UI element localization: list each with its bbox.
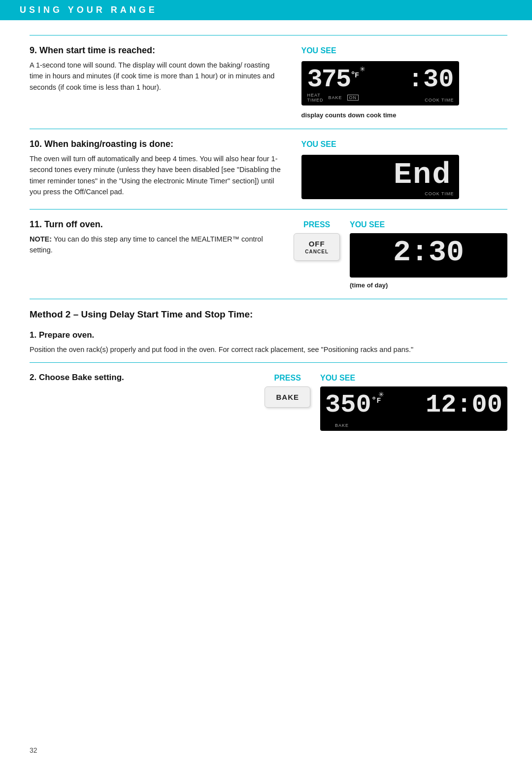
step11-display-inner: 2:30 <box>350 233 507 278</box>
step10-end-text: End <box>394 157 452 192</box>
step11-yousee-label: YOU SEE <box>350 220 507 229</box>
step11-left: 11. Turn off oven. NOTE: You can do this… <box>30 219 284 289</box>
method2-step2-press-col: PRESS BAKE <box>265 374 310 408</box>
step10-heading: 10. When baking/roasting is done: <box>30 139 282 149</box>
method2-section: Method 2 – Using Delay Start Time and St… <box>30 299 507 362</box>
method2-step2-press-yousee: PRESS BAKE YOU SEE 350°F ✳ 12:00 BAKE <box>265 374 507 431</box>
step9-heat-label: HEATTIMED <box>307 93 324 103</box>
page-number: 32 <box>30 746 37 754</box>
step11-body: NOTE: You can do this step any time to c… <box>30 234 274 256</box>
header-banner: USING YOUR RANGE <box>0 0 532 20</box>
method2-step1-heading: 1. Prepare oven. <box>30 330 507 340</box>
method2-temp: 350°F <box>325 390 381 419</box>
method2-step2-right: PRESS BAKE YOU SEE 350°F ✳ 12:00 BAKE <box>265 373 507 431</box>
step9-yousee-label: YOU SEE <box>301 46 336 55</box>
step10-right: YOU SEE End COOK TIME <box>301 139 508 199</box>
step9-heading: 9. When start time is reached: <box>30 45 282 56</box>
method2-step2-heading: 2. Choose Bake setting. <box>30 373 245 383</box>
step9-snowflake-icon: ✳ <box>360 65 366 73</box>
step11-right: PRESS OFF CANCEL YOU SEE 2:30 (time of d… <box>294 219 507 289</box>
step9-temp: 375°F <box>307 65 358 94</box>
step9-body: A 1-second tone will sound. The display … <box>30 60 282 93</box>
step11-yousee-col: YOU SEE 2:30 (time of day) <box>350 220 507 289</box>
method2-bake-btn-main: BAKE <box>276 393 299 401</box>
step11-note: NOTE: <box>30 235 52 243</box>
method2-heading: Method 2 – Using Delay Start Time and St… <box>30 309 507 320</box>
step11-off-button[interactable]: OFF CANCEL <box>294 233 340 261</box>
method2-bake-lbl: BAKE <box>335 423 349 428</box>
method2-time: 12:00 <box>426 390 502 419</box>
method2-step2-row: 2. Choose Bake setting. PRESS BAKE YOU S… <box>30 362 507 441</box>
method2-step1: 1. Prepare oven. Position the oven rack(… <box>30 323 507 357</box>
step11-btn-main: OFF <box>309 240 325 248</box>
step9-display-inner: 375°F ✳ :30 HEATTIMED BAKE ON COOK TIME <box>301 61 459 105</box>
section-step10: 10. When baking/roasting is done: The ov… <box>30 129 507 209</box>
method2-step2-press-label: PRESS <box>274 374 301 383</box>
step9-bottom-labels: HEATTIMED BAKE ON <box>307 93 359 103</box>
section-step11: 11. Turn off oven. NOTE: You can do this… <box>30 209 507 299</box>
step9-caption: display counts down cook time <box>301 111 397 119</box>
step11-heading: 11. Turn off oven. <box>30 219 274 230</box>
step9-time: :30 <box>408 65 454 94</box>
step11-display: 2:30 <box>350 233 507 278</box>
method2-step2-yousee-col: YOU SEE 350°F ✳ 12:00 BAKE <box>320 374 507 431</box>
page-content: 9. When start time is reached: A 1-secon… <box>0 20 532 455</box>
header-title: USING YOUR RANGE <box>20 5 158 15</box>
step10-yousee-label: YOU SEE <box>301 140 336 149</box>
step9-display: 375°F ✳ :30 HEATTIMED BAKE ON COOK TIME <box>301 61 459 105</box>
step9-left: 9. When start time is reached: A 1-secon… <box>30 45 292 119</box>
section-step9: 9. When start time is reached: A 1-secon… <box>30 35 507 129</box>
method2-step2-left: 2. Choose Bake setting. <box>30 373 255 431</box>
step11-press-col: PRESS OFF CANCEL <box>294 220 340 261</box>
method2-step2-display: 350°F ✳ 12:00 BAKE <box>320 386 507 431</box>
method2-bake-button[interactable]: BAKE <box>265 386 310 408</box>
step9-temp-unit: °F <box>350 70 358 80</box>
step11-body-text: You can do this step any time to cancel … <box>30 235 263 254</box>
step11-caption: (time of day) <box>350 281 507 289</box>
method2-step1-body: Position the oven rack(s) properly and p… <box>30 344 507 355</box>
step11-press-yousee: PRESS OFF CANCEL YOU SEE 2:30 (time of d… <box>294 220 507 289</box>
step10-left: 10. When baking/roasting is done: The ov… <box>30 139 292 199</box>
method2-snowflake-icon: ✳ <box>378 390 384 398</box>
step11-press-label: PRESS <box>303 220 330 229</box>
step10-body: The oven will turn off automatically and… <box>30 153 282 198</box>
method2-display-inner: 350°F ✳ 12:00 BAKE <box>320 386 507 431</box>
step10-display-inner: End COOK TIME <box>301 155 459 199</box>
step9-bake-label: BAKE <box>329 95 342 100</box>
step11-time: 2:30 <box>393 236 464 269</box>
step9-right: YOU SEE 375°F ✳ :30 HEATTIMED BAKE ON CO… <box>301 45 508 119</box>
step10-display: End COOK TIME <box>301 155 459 199</box>
step10-cooktime-label: COOK TIME <box>425 191 454 196</box>
method2-step2-yousee-label: YOU SEE <box>320 374 507 383</box>
step11-btn-sub: CANCEL <box>305 249 329 254</box>
step9-cooktime-label: COOK TIME <box>425 98 454 103</box>
step9-on-box: ON <box>347 95 359 101</box>
